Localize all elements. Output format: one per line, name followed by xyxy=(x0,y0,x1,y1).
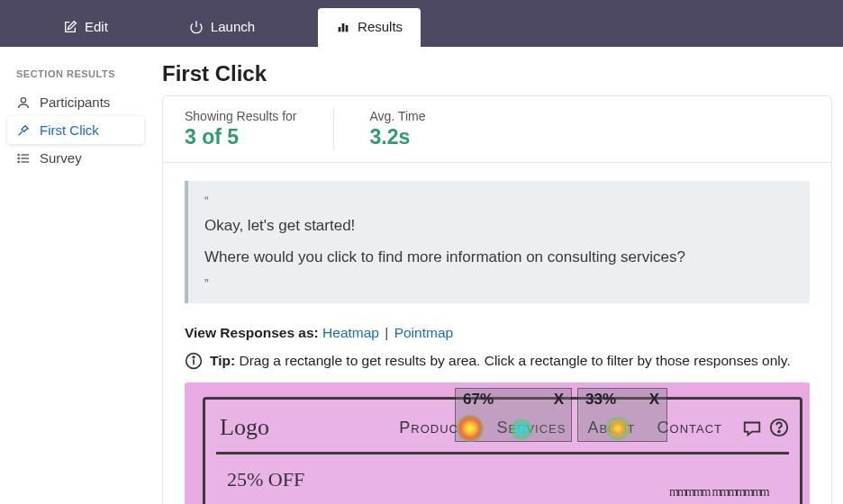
hit-1-close[interactable]: X xyxy=(554,391,564,409)
stat-showing-value: 3 of 5 xyxy=(185,125,297,149)
tab-results[interactable]: Results xyxy=(318,8,421,47)
view-pointmap-link[interactable]: Pointmap xyxy=(394,325,453,340)
hit-2-percent: 33% xyxy=(585,391,616,409)
content: First Click Showing Results for 3 of 5 A… xyxy=(151,47,843,504)
hit-1-percent: 67% xyxy=(463,391,494,409)
tip-row: Tip: Drag a rectangle to get results by … xyxy=(163,345,831,382)
tab-edit[interactable]: Edit xyxy=(45,8,126,47)
edit-icon xyxy=(63,20,77,34)
view-separator: | xyxy=(385,325,388,340)
heatmap-image[interactable]: Logo Products Services About Contact 25%… xyxy=(185,382,810,504)
page-title: First Click xyxy=(162,61,832,86)
sidebar-item-label: First Click xyxy=(40,122,99,138)
stat-avg-time-value: 3.2s xyxy=(370,125,426,149)
sidebar-item-survey[interactable]: Survey xyxy=(7,144,144,172)
list-icon xyxy=(16,151,31,166)
mockup-promo: 25% OFF xyxy=(227,468,304,491)
pin-icon xyxy=(16,123,31,138)
task-quote: “ Okay, let's get started! Where would y… xyxy=(185,181,810,303)
results-card: Showing Results for 3 of 5 Avg. Time 3.2… xyxy=(162,95,832,504)
sidebar-item-first-click[interactable]: First Click xyxy=(7,116,144,144)
sidebar: SECTION RESULTS Participants First Click… xyxy=(0,47,151,504)
stat-showing: Showing Results for 3 of 5 xyxy=(185,109,334,149)
svg-point-16 xyxy=(778,431,780,433)
tab-launch-label: Launch xyxy=(211,19,255,34)
svg-rect-2 xyxy=(342,23,345,32)
top-navigation: Edit Launch Results xyxy=(0,0,843,47)
svg-rect-3 xyxy=(346,25,349,32)
user-icon xyxy=(16,95,31,110)
hit-2-close[interactable]: X xyxy=(649,391,659,409)
tab-launch[interactable]: Launch xyxy=(171,8,273,47)
stats-row: Showing Results for 3 of 5 Avg. Time 3.2… xyxy=(163,96,831,163)
tip-label: Tip: xyxy=(210,353,235,368)
quote-line-1: Okay, let's get started! xyxy=(204,213,793,238)
mockup-scribble-1: mmmmm mmmmmmm xyxy=(669,485,768,500)
help-icon xyxy=(769,418,789,437)
sidebar-item-participants[interactable]: Participants xyxy=(7,88,144,116)
svg-point-10 xyxy=(18,158,19,158)
power-icon xyxy=(189,20,204,34)
view-label: View Responses as: xyxy=(185,325,319,340)
view-responses-row: View Responses as: Heatmap | Pointmap xyxy=(163,321,831,345)
svg-point-9 xyxy=(18,154,19,155)
sidebar-heading: SECTION RESULTS xyxy=(7,65,144,88)
info-icon xyxy=(185,352,203,370)
comment-icon xyxy=(742,418,762,437)
sidebar-item-label: Participants xyxy=(40,94,110,110)
bar-chart-icon xyxy=(336,20,350,34)
quote-close-icon: ” xyxy=(204,276,793,291)
tab-edit-label: Edit xyxy=(85,19,108,34)
mockup-icons xyxy=(742,418,789,437)
svg-point-11 xyxy=(18,161,19,162)
sidebar-item-label: Survey xyxy=(40,150,82,166)
tip-text: Drag a rectangle to get results by area.… xyxy=(239,353,790,368)
tab-results-label: Results xyxy=(358,19,403,34)
svg-rect-1 xyxy=(339,27,341,32)
view-heatmap-link[interactable]: Heatmap xyxy=(322,325,379,340)
mockup-divider xyxy=(216,452,789,454)
quote-open-icon: “ xyxy=(204,194,793,208)
stat-avg-time-label: Avg. Time xyxy=(370,109,426,123)
svg-point-4 xyxy=(21,97,25,102)
mockup-logo: Logo xyxy=(216,414,269,441)
quote-line-2: Where would you click to find more infor… xyxy=(204,245,793,269)
svg-point-14 xyxy=(193,356,195,358)
svg-line-5 xyxy=(19,131,23,135)
stat-showing-label: Showing Results for xyxy=(185,109,297,123)
stat-avg-time: Avg. Time 3.2s xyxy=(370,109,462,149)
